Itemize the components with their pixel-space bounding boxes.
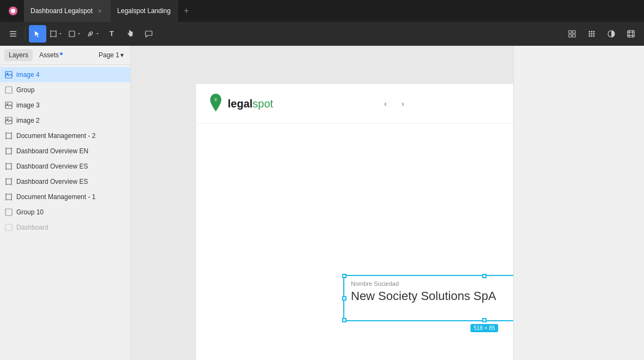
layer-item-dash-es-2[interactable]: Dashboard Overview ES <box>0 174 130 189</box>
svg-rect-4 <box>10 35 16 37</box>
legalspot-logo-icon <box>207 93 224 115</box>
sidebar: Layers Assets Page 1 ▾ image 4 <box>0 46 131 360</box>
selected-element-box[interactable]: Nombre Sociedad New Society Solutions Sp… <box>343 275 513 321</box>
layer-item-dash-es-1[interactable]: Dashboard Overview ES <box>0 159 130 174</box>
logo-text: legalspot <box>228 98 273 110</box>
svg-rect-53 <box>6 179 11 184</box>
tab-legalspot-landing[interactable]: Legalspot Landing <box>111 0 178 22</box>
resize-handle-bl[interactable] <box>342 318 347 322</box>
layer-label: image 3 <box>16 101 126 109</box>
frame-icon <box>4 162 13 171</box>
svg-rect-3 <box>10 33 16 34</box>
svg-point-17 <box>591 31 593 32</box>
resize-handle-bm[interactable] <box>482 318 487 322</box>
resize-handle-tm[interactable] <box>482 274 487 278</box>
logo-container: legalspot <box>207 93 273 115</box>
image-icon <box>4 70 13 79</box>
layer-label: Document Management - 2 <box>16 132 126 140</box>
layer-label: image 4 <box>16 71 126 79</box>
hand-tool-button[interactable] <box>121 25 139 43</box>
svg-rect-38 <box>6 133 11 139</box>
layer-label: Document Management - 1 <box>16 193 126 201</box>
group-icon <box>4 208 13 217</box>
svg-point-23 <box>591 35 593 37</box>
app-logo[interactable] <box>4 0 22 22</box>
svg-rect-5 <box>51 31 56 37</box>
layer-label: image 2 <box>16 117 126 124</box>
svg-point-11 <box>90 33 92 34</box>
nav-back-button[interactable]: ‹ <box>378 96 393 111</box>
main-layout: Layers Assets Page 1 ▾ image 4 <box>0 46 644 360</box>
svg-rect-14 <box>569 34 572 37</box>
contrast-button[interactable] <box>603 25 620 43</box>
layer-item-group[interactable]: Group <box>0 82 130 98</box>
sidebar-tabs: Layers Assets Page 1 ▾ <box>0 46 130 65</box>
group-icon <box>4 223 13 232</box>
layer-item-doc-mgmt-2[interactable]: Document Management - 2 <box>0 128 130 143</box>
svg-point-21 <box>593 33 595 34</box>
svg-rect-13 <box>573 31 575 33</box>
layer-item-image-4[interactable]: image 4 <box>0 67 130 82</box>
page-header: legalspot ‹ › <box>196 84 513 124</box>
tab-dashboard-legalspot[interactable]: Dashboard Legalspot ✕ <box>24 0 111 22</box>
layer-label: Dashboard Overview ES <box>16 163 126 170</box>
toolbar-sep-1 <box>25 27 26 40</box>
nav-forward-button[interactable]: › <box>395 96 410 111</box>
svg-point-1 <box>11 9 15 13</box>
add-tab-button[interactable]: + <box>178 0 195 22</box>
layer-item-dash-en[interactable]: Dashboard Overview EN <box>0 143 130 159</box>
layer-label: Group 10 <box>16 208 126 216</box>
layer-label: Dashboard Overview ES <box>16 178 126 185</box>
resize-handle-ml[interactable] <box>342 296 347 301</box>
frame-icon <box>4 193 13 201</box>
page-selector[interactable]: Page 1 ▾ <box>96 50 126 60</box>
assets-tab[interactable]: Assets <box>35 49 67 61</box>
crop-button[interactable] <box>622 25 640 43</box>
svg-point-16 <box>589 31 591 32</box>
logo-legal: legal <box>228 98 253 110</box>
tab-close-icon[interactable]: ✕ <box>96 7 104 15</box>
layer-label: Dashboard <box>16 224 117 231</box>
size-badge: 518 × 85 <box>470 324 498 332</box>
selected-box-inner: Nombre Sociedad New Society Solutions Sp… <box>344 276 513 308</box>
layer-item-group-10[interactable]: Group 10 <box>0 205 130 220</box>
layers-list: image 4 Group <box>0 65 130 360</box>
svg-rect-64 <box>5 224 12 231</box>
svg-rect-48 <box>6 164 11 169</box>
components-button[interactable] <box>563 25 581 43</box>
menu-button[interactable] <box>4 25 22 43</box>
svg-point-22 <box>589 35 591 37</box>
resize-handle-tl[interactable] <box>342 274 347 278</box>
layer-label: Dashboard Overview EN <box>16 147 126 155</box>
tab-label: Dashboard Legalspot <box>31 7 93 15</box>
group-icon <box>4 86 13 94</box>
field-value: New Society Solutions SpA <box>351 289 513 303</box>
layer-label: Group <box>16 86 126 94</box>
shape-tool-button[interactable] <box>66 25 83 43</box>
comment-tool-button[interactable] <box>140 25 157 43</box>
svg-point-24 <box>593 35 595 37</box>
field-label: Nombre Sociedad <box>351 280 513 287</box>
text-tool-button[interactable]: T <box>103 25 120 43</box>
selected-element-wrapper: Nombre Sociedad New Society Solutions Sp… <box>343 275 513 321</box>
select-tool-button[interactable] <box>29 25 46 43</box>
assets-dot <box>60 52 63 55</box>
grid-button[interactable] <box>583 25 600 43</box>
right-panel <box>513 46 644 360</box>
nav-arrows: ‹ › <box>378 96 410 111</box>
frame-tool-button[interactable] <box>47 25 65 43</box>
image-icon <box>4 101 13 110</box>
tab-label: Legalspot Landing <box>117 7 171 15</box>
layer-item-dashboard[interactable]: Dashboard 👁 <box>0 220 130 235</box>
svg-point-18 <box>593 31 595 32</box>
svg-rect-58 <box>6 194 11 200</box>
layer-item-image-3[interactable]: image 3 <box>0 98 130 113</box>
layer-item-image-2[interactable]: image 2 <box>0 113 130 128</box>
layers-tab[interactable]: Layers <box>4 49 33 61</box>
layer-item-doc-mgmt-1[interactable]: Document Management - 1 <box>0 189 130 205</box>
logo-spot: spot <box>253 98 274 110</box>
pen-tool-button[interactable] <box>84 25 102 43</box>
frame-icon <box>4 131 13 140</box>
svg-rect-43 <box>6 148 11 154</box>
canvas-area[interactable]: legalspot ‹ › <box>131 46 513 360</box>
